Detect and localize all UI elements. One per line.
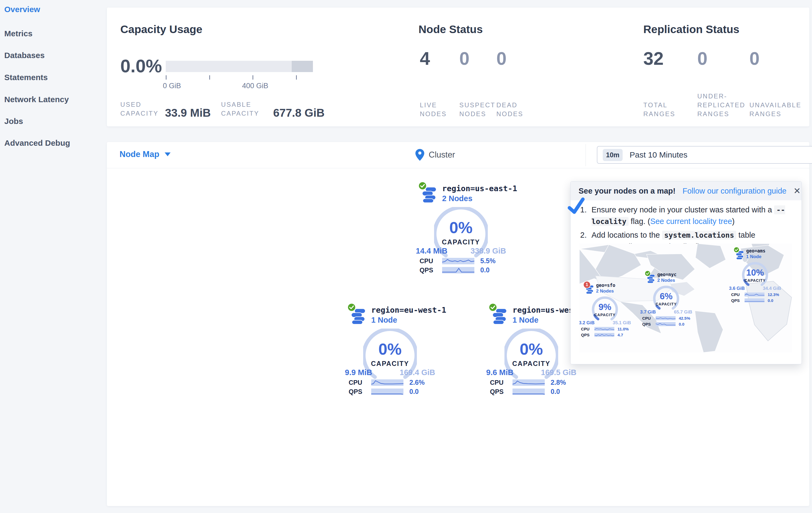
capacity-values: 3.2 GiB35.1 GiB <box>579 320 631 326</box>
popup-title: See your nodes on a map! <box>579 187 675 195</box>
unavailable-ranges-label: UNAVAILABLE RANGES <box>749 101 799 118</box>
sidebar-item-statements[interactable]: Statements <box>4 73 48 82</box>
sidebar-item-jobs[interactable]: Jobs <box>4 117 23 126</box>
nodes-count-link: 2 Nodes <box>596 289 614 294</box>
healthy-check-icon <box>418 181 427 191</box>
cpu-label: CPU <box>349 379 368 386</box>
close-icon[interactable]: ✕ <box>793 186 801 196</box>
nodes-count-link[interactable]: 1 Node <box>513 316 539 325</box>
mini-node-group-nyc: geo=nyc 2 Nodes 6% CAPACITY 3.7 GiB65.7 … <box>643 272 689 328</box>
cpu-label: CPU <box>419 257 438 265</box>
capacity-percent: 0.0% <box>120 55 162 76</box>
cpu-value: 11.0% <box>617 327 629 331</box>
map-pin-icon <box>415 149 425 161</box>
suspect-nodes-value: 0 <box>459 48 497 69</box>
capacity-tick-label-400: 400 GiB <box>242 82 268 90</box>
gauge-capacity-label: CAPACITY <box>491 360 572 368</box>
cpu-sparkline <box>513 379 545 386</box>
example-node-map: 1 geo=sfo 2 Nodes 9% CAPACITY 3.2 GiB35.… <box>579 244 792 352</box>
qps-value: 0.0 <box>679 322 685 326</box>
unavailable-ranges-value: 0 <box>749 48 801 69</box>
toolbar-bottom-divider <box>107 168 809 168</box>
time-range-dropdown[interactable]: 10m Past 10 Minutes <box>597 146 812 164</box>
qps-value: 0.0 <box>480 266 490 274</box>
gauge-percent: 0% <box>491 340 572 358</box>
live-nodes-value: 4 <box>420 48 458 69</box>
qps-label: QPS <box>642 322 654 326</box>
breadcrumb[interactable]: Cluster <box>415 149 455 161</box>
mini-node-group-sfo: 1 geo=sfo 2 Nodes 9% CAPACITY 3.2 GiB35.… <box>582 282 628 339</box>
gauge-percent: 0% <box>420 218 501 237</box>
step-number: 1. <box>580 204 591 227</box>
gauge-capacity-label: CAPACITY <box>732 278 778 282</box>
cpu-label: CPU <box>642 316 654 321</box>
healthy-check-icon <box>733 247 740 254</box>
cpu-value: 2.8% <box>551 379 566 386</box>
total-ranges-value: 32 <box>643 48 694 69</box>
locality-name: geo=ams <box>746 248 765 253</box>
sidebar-item-advanced-debug[interactable]: Advanced Debug <box>4 138 70 147</box>
suspect-nodes-label: SUSPECT NODES <box>459 101 496 118</box>
sidebar-item-metrics[interactable]: Metrics <box>4 29 32 38</box>
total-capacity: 338.9 GiB <box>471 247 506 255</box>
cpu-value: 42.5% <box>679 316 690 321</box>
node-group-eu-west-1[interactable]: region=eu-west-1 1 Node 0% CAPACITY 9.9 … <box>350 305 430 397</box>
capacity-usage-bar <box>166 61 313 72</box>
cpu-sparkline <box>594 327 614 331</box>
nodes-count-link: 1 Node <box>746 254 761 260</box>
qps-label: QPS <box>490 388 509 396</box>
sidebar-item-databases[interactable]: Databases <box>4 51 45 60</box>
locality-name: region=us-east-1 <box>442 184 517 193</box>
dead-nodes-value: 0 <box>496 48 534 69</box>
cpu-sparkline <box>442 258 474 264</box>
qps-label: QPS <box>349 388 368 396</box>
capacity-tick <box>209 75 210 80</box>
cpu-sparkline <box>656 316 675 320</box>
usable-capacity-label: USABLE CAPACITY <box>221 100 267 118</box>
node-group-us-west-1[interactable]: region=us-west-1 1 Node 0% CAPACITY 9.6 … <box>491 305 572 397</box>
instruction-step-1: 1. Ensure every node in your cluster was… <box>580 204 792 227</box>
nodes-count-link[interactable]: 1 Node <box>371 316 397 325</box>
view-mode-dropdown[interactable]: Node Map <box>119 150 171 159</box>
time-range-value: Past 10 Minutes <box>630 150 687 159</box>
time-range-badge: 10m <box>603 149 622 161</box>
nodes-count-link: 2 Nodes <box>657 278 675 283</box>
node-group-us-east-1[interactable]: region=us-east-1 2 Nodes 0% CAPACITY 14.… <box>420 184 501 275</box>
cpu-value: 12.3% <box>768 292 779 297</box>
used-capacity-value: 33.9 MiB <box>165 106 211 119</box>
used-capacity: 14.4 MiB <box>416 247 447 255</box>
capacity-tick <box>296 75 297 80</box>
qps-label: QPS <box>581 332 592 337</box>
capacity-bar-reserved-segment <box>292 61 313 72</box>
node-status-title: Node Status <box>418 23 483 36</box>
sidebar-item-overview[interactable]: Overview <box>4 5 40 14</box>
gauge-capacity-label: CAPACITY <box>582 313 628 317</box>
live-nodes-label: LIVE NODES <box>420 101 452 118</box>
cpu-label: CPU <box>731 292 743 297</box>
under-replicated-ranges-label: UNDER-REPLICATED RANGES <box>697 92 747 118</box>
total-capacity: 169.5 GiB <box>541 368 576 377</box>
qps-sparkline <box>745 298 764 302</box>
configuration-guide-link[interactable]: Follow our configuration guide <box>683 187 786 195</box>
nodes-count-link[interactable]: 2 Nodes <box>442 194 472 203</box>
capacity-tick <box>253 75 253 80</box>
cpu-sparkline <box>371 379 403 386</box>
qps-sparkline <box>442 267 474 273</box>
step-text: Ensure every node in your cluster was st… <box>591 204 792 227</box>
dead-nodes-label: DEAD NODES <box>496 101 529 118</box>
cpu-label: CPU <box>490 379 509 386</box>
cpu-sparkline <box>745 293 764 297</box>
locality-tree-link[interactable]: See current locality tree <box>650 217 732 225</box>
healthy-check-icon <box>644 270 651 278</box>
used-capacity: 9.6 MiB <box>486 368 514 377</box>
popup-header: See your nodes on a map! Follow our conf… <box>571 182 802 200</box>
capacity-values: 3.7 GiB65.7 GiB <box>640 309 692 315</box>
healthy-check-icon <box>488 303 497 313</box>
locality-name: geo=nyc <box>657 272 677 277</box>
cluster-overview-stats-panel: Capacity Usage 0.0% 0 GiB 400 GiB USED C… <box>107 7 809 126</box>
healthy-check-icon <box>347 303 356 313</box>
qps-label: QPS <box>419 266 438 274</box>
gauge-percent: 10% <box>732 268 778 278</box>
sidebar-item-network-latency[interactable]: Network Latency <box>4 95 69 104</box>
locality-name: geo=sfo <box>596 282 615 288</box>
